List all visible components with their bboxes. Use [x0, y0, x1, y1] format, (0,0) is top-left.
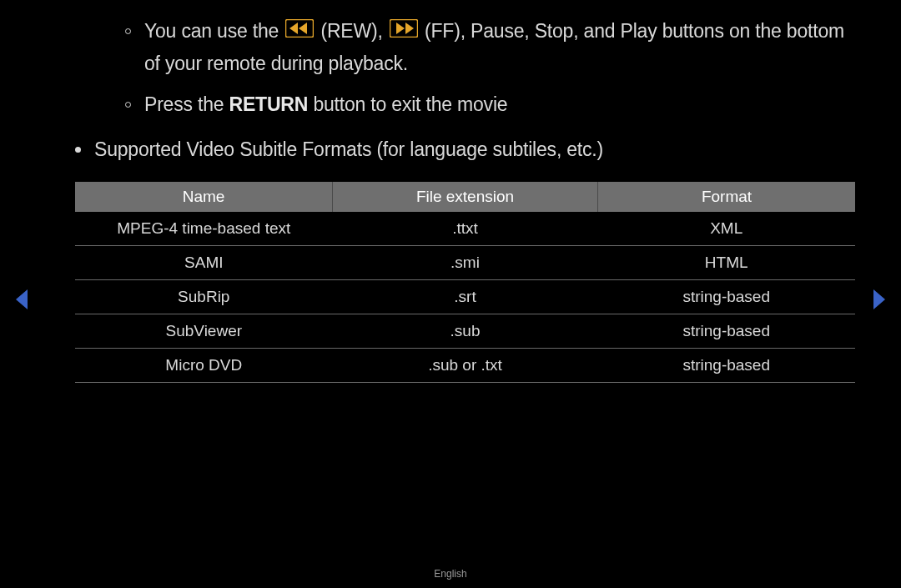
next-page-arrow[interactable]	[872, 288, 888, 314]
table-cell: XML	[597, 212, 855, 246]
svg-marker-7	[873, 289, 885, 309]
table-row: SubViewer.substring-based	[75, 314, 855, 348]
table-cell: SAMI	[75, 245, 333, 279]
prev-page-arrow[interactable]	[13, 288, 29, 314]
col-header-format: Format	[597, 182, 855, 212]
text-fragment: You can use the	[144, 20, 284, 42]
svg-marker-2	[299, 23, 307, 34]
rewind-icon	[285, 17, 314, 47]
table-cell: .smi	[333, 245, 598, 279]
bullet-dot	[125, 28, 131, 34]
table-cell: string-based	[597, 314, 855, 348]
svg-marker-5	[405, 23, 414, 34]
text-fragment: (REW),	[315, 20, 388, 42]
table-cell: string-based	[597, 279, 855, 314]
table-row: Micro DVD.sub or .txtstring-based	[75, 348, 855, 382]
table-cell: .ttxt	[333, 212, 598, 246]
return-label: RETURN	[229, 93, 309, 115]
table-cell: SubRip	[75, 279, 333, 314]
table-cell: .srt	[333, 279, 598, 314]
table-cell: Micro DVD	[75, 348, 333, 382]
table-header-row: Name File extension Format	[75, 182, 855, 212]
text-fragment: Press the	[144, 93, 229, 115]
bullet-dot	[75, 147, 81, 153]
svg-marker-1	[289, 23, 298, 34]
bullet-remote-buttons: You can use the (REW), (FF), Pause, Stop…	[125, 17, 855, 78]
table-cell: SubViewer	[75, 314, 333, 348]
table-row: MPEG-4 time-based text.ttxtXML	[75, 212, 855, 246]
fast-forward-icon	[390, 17, 418, 47]
table-cell: HTML	[597, 245, 855, 279]
bullet-subtitle-heading: Supported Video Subitle Formats (for lan…	[75, 135, 855, 165]
bullet-text: Press the RETURN button to exit the movi…	[144, 90, 507, 120]
col-header-name: Name	[75, 182, 333, 212]
table-cell: string-based	[597, 348, 855, 382]
table-row: SAMI.smiHTML	[75, 245, 855, 279]
language-footer: English	[0, 568, 901, 580]
table-row: SubRip.srtstring-based	[75, 279, 855, 314]
table-cell: .sub	[333, 314, 598, 348]
text-fragment: button to exit the movie	[308, 93, 507, 115]
bullet-text: Supported Video Subitle Formats (for lan…	[94, 135, 603, 165]
bullet-text: You can use the (REW), (FF), Pause, Stop…	[144, 17, 855, 78]
subtitle-formats-table: Name File extension Format MPEG-4 time-b…	[75, 182, 855, 383]
table-cell: MPEG-4 time-based text	[75, 212, 333, 246]
svg-marker-6	[16, 289, 28, 309]
col-header-ext: File extension	[333, 182, 598, 212]
table-cell: .sub or .txt	[333, 348, 598, 382]
svg-marker-4	[396, 23, 405, 34]
bullet-return-button: Press the RETURN button to exit the movi…	[125, 90, 855, 120]
bullet-dot	[125, 102, 131, 108]
